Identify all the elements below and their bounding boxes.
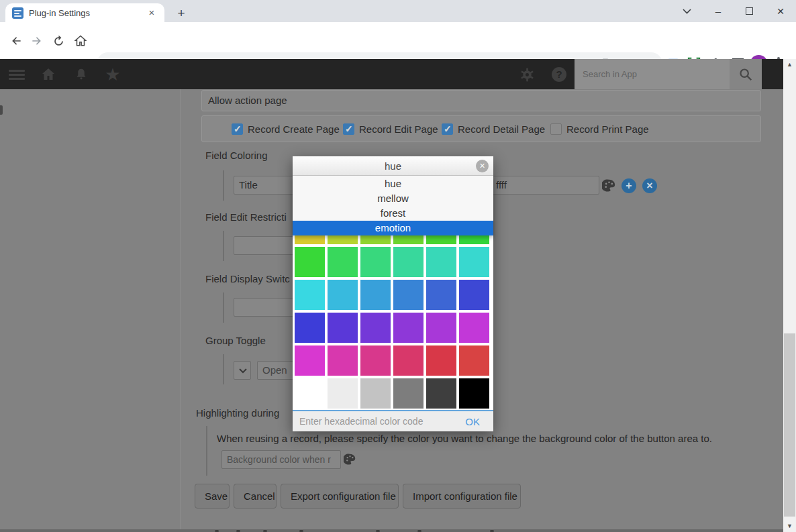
save-button[interactable]: Save	[195, 484, 230, 509]
highlight-color-input[interactable]: Background color when r	[221, 450, 341, 469]
color-swatch[interactable]	[459, 345, 489, 376]
checkbox-icon[interactable]	[343, 123, 354, 135]
ok-button[interactable]: OK	[465, 416, 493, 427]
color-palette-icon[interactable]	[344, 454, 356, 468]
checkbox-record-edit-page[interactable]: Record Edit Page	[343, 123, 438, 135]
color-swatch[interactable]	[328, 247, 358, 277]
color-swatch[interactable]	[328, 280, 358, 310]
search-button[interactable]	[730, 59, 762, 89]
notifications-bell-icon[interactable]	[72, 66, 90, 83]
allow-action-page-box: Allow action page	[201, 90, 761, 111]
scrollbar-up-icon[interactable]: ▲	[783, 59, 796, 70]
color-swatch[interactable]	[459, 378, 489, 409]
color-swatch[interactable]	[295, 313, 325, 343]
color-swatch[interactable]	[393, 247, 424, 277]
reload-icon[interactable]	[49, 32, 68, 50]
color-swatch[interactable]	[426, 313, 456, 343]
settings-gear-icon[interactable]	[518, 66, 536, 83]
field-edit-restriction-label: Field Edit Restricti	[205, 211, 287, 223]
new-tab-button[interactable]: +	[173, 5, 189, 21]
tab-search-chevron-icon[interactable]	[671, 0, 702, 22]
favorites-star-icon[interactable]: ★	[104, 66, 121, 83]
add-row-button[interactable]: +	[621, 178, 636, 193]
export-configuration-button[interactable]: Export configuration file	[281, 484, 399, 509]
field-display-switch-label: Field Display Switc	[205, 273, 290, 284]
color-picker-popup: hue × hue mellow forest emotion Enter he…	[293, 156, 493, 431]
color-swatch[interactable]	[426, 247, 456, 277]
color-swatch[interactable]	[360, 280, 391, 310]
color-swatch[interactable]	[426, 378, 456, 409]
plugin-favicon-icon	[12, 7, 23, 19]
color-swatch[interactable]	[393, 280, 424, 310]
checkbox-icon[interactable]	[442, 123, 453, 135]
tab-strip: Plug-in Settings × + – ×	[0, 0, 796, 22]
color-swatch[interactable]	[459, 280, 489, 310]
color-swatch[interactable]	[328, 313, 358, 343]
home-icon[interactable]	[71, 32, 90, 50]
popup-close-icon[interactable]: ×	[476, 160, 489, 172]
window-close-button[interactable]: ×	[765, 0, 796, 22]
preset-option-emotion[interactable]: emotion	[293, 221, 493, 235]
action-page-checkbox-box: Record Create Page Record Edit Page Reco…	[201, 115, 761, 142]
color-swatch[interactable]	[459, 247, 489, 277]
checkbox-icon[interactable]	[550, 123, 562, 135]
allow-action-page-label: Allow action page	[208, 95, 287, 106]
minimize-button[interactable]: –	[703, 0, 734, 22]
app-search-input[interactable]	[575, 59, 730, 89]
preset-option-forest[interactable]: forest	[293, 206, 493, 221]
checkbox-icon[interactable]	[232, 123, 243, 135]
cropped-next-row-fragment	[0, 529, 783, 532]
hex-code-input[interactable]: Enter hexadecimal color code	[293, 416, 465, 427]
checkbox-record-print-page[interactable]: Record Print Page	[550, 123, 649, 135]
highlighting-label: Highlighting during	[196, 407, 279, 419]
color-swatch[interactable]	[426, 280, 456, 310]
highlighting-description: When reusing a record, please specify th…	[217, 433, 712, 444]
color-swatch[interactable]	[360, 378, 391, 409]
color-swatch[interactable]	[393, 313, 424, 343]
scrollbar-down-icon[interactable]: ▼	[783, 521, 796, 532]
back-icon[interactable]	[7, 32, 26, 50]
indent-line	[206, 426, 207, 476]
browser-tab[interactable]: Plug-in Settings ×	[5, 3, 164, 22]
color-swatch[interactable]	[328, 378, 358, 409]
indent-line	[223, 231, 224, 261]
cancel-button[interactable]: Cancel	[234, 484, 277, 509]
color-swatch[interactable]	[295, 280, 325, 310]
color-swatch[interactable]	[426, 345, 456, 376]
indent-line	[223, 292, 224, 323]
tab-close-icon[interactable]: ×	[146, 7, 158, 19]
color-swatch[interactable]	[393, 378, 424, 409]
color-swatch[interactable]	[360, 247, 391, 277]
scrollbar-thumb[interactable]	[784, 333, 795, 517]
color-swatch[interactable]	[360, 313, 391, 343]
color-swatch[interactable]	[459, 313, 489, 343]
color-swatch[interactable]	[360, 345, 391, 376]
group-toggle-field-select[interactable]	[234, 361, 251, 380]
indent-line	[223, 354, 224, 384]
page-scrollbar[interactable]: ▲ ▼	[783, 59, 796, 532]
left-edge-ui-fragment	[0, 105, 3, 115]
maximize-button[interactable]	[734, 0, 764, 22]
popup-footer: Enter hexadecimal color code OK	[293, 410, 493, 431]
help-icon[interactable]: ?	[550, 66, 568, 83]
group-toggle-label: Group Toggle	[205, 335, 266, 346]
checkbox-record-create-page[interactable]: Record Create Page	[232, 123, 340, 135]
color-swatch[interactable]	[295, 345, 325, 376]
color-swatch[interactable]	[295, 378, 325, 409]
hamburger-menu-icon[interactable]	[8, 66, 26, 83]
preset-option-hue[interactable]: hue	[293, 176, 493, 191]
import-configuration-button[interactable]: Import configuration file	[403, 484, 521, 509]
portal-home-icon[interactable]	[40, 66, 57, 83]
remove-row-button[interactable]: ×	[642, 178, 657, 193]
color-swatch[interactable]	[393, 345, 424, 376]
app-header: ★ ?	[0, 59, 783, 89]
color-picker-title: hue	[293, 156, 493, 176]
preset-option-mellow[interactable]: mellow	[293, 191, 493, 206]
preset-option-list: hue mellow forest emotion	[293, 176, 493, 235]
color-palette-icon[interactable]	[602, 179, 616, 195]
left-panel-divider	[180, 89, 181, 532]
checkbox-record-detail-page[interactable]: Record Detail Page	[442, 123, 545, 135]
forward-icon[interactable]	[28, 32, 46, 50]
color-swatch[interactable]	[328, 345, 358, 376]
color-swatch[interactable]	[295, 247, 325, 277]
